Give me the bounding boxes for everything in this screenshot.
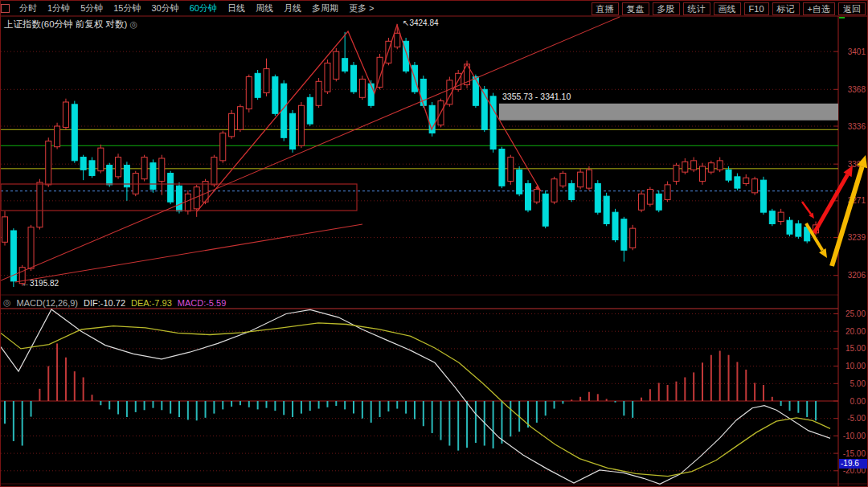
chart-title-text: 上证指数(60分钟 前复权 对数) xyxy=(4,19,127,29)
dea-value-label: DEA:-7.93 xyxy=(131,298,172,308)
macd-axis-label: 25.00 xyxy=(845,309,866,318)
y-axis-label: 3368 xyxy=(848,85,866,94)
timeframe-item-5[interactable]: 30分钟 xyxy=(152,2,179,14)
toolbar-button-返回[interactable]: 返回 xyxy=(838,2,866,15)
dif-line xyxy=(1,309,830,484)
toolbar-button-+自选[interactable]: +自选 xyxy=(803,2,835,15)
macd-axis-label: 20.00 xyxy=(845,327,866,336)
toolbar-button-多股[interactable]: 多股 xyxy=(653,2,680,15)
dif-value-label: DIF:-10.72 xyxy=(84,298,125,308)
timeframe-item-4[interactable]: 15分钟 xyxy=(113,2,141,14)
timeframe-item-3[interactable]: 5分钟 xyxy=(80,2,103,14)
arrow-shaft xyxy=(832,166,862,266)
macd-axis-label: 5.00 xyxy=(850,379,866,388)
chart-title: 上证指数(60分钟 前复权 对数) ◎ xyxy=(4,18,137,31)
arrow-shaft xyxy=(802,202,811,214)
macd-axis-label: 0.00 xyxy=(850,397,866,406)
macd-params-label: MACD(12,26,9) xyxy=(17,298,78,308)
timeframe-item-7[interactable]: 日线 xyxy=(227,2,245,14)
gap-zone-rect xyxy=(499,104,838,121)
trading-app-window: 340133683336330332713239320625.0020.0015… xyxy=(0,0,868,487)
window-icon[interactable] xyxy=(1,4,10,13)
chart-canvas[interactable]: 340133683336330332713239320625.0020.0015… xyxy=(1,1,868,487)
toolbar-button-画线[interactable]: 画线 xyxy=(714,2,741,15)
toolbar-button-复盘[interactable]: 复盘 xyxy=(622,2,649,15)
timeframe-item-2[interactable]: 1分钟 xyxy=(47,2,70,14)
toolbar-button-F10[interactable]: F10 xyxy=(744,2,769,15)
macd-axis-label: 15.00 xyxy=(845,344,866,353)
timeframe-item-6[interactable]: 60分钟 xyxy=(190,2,217,14)
macd-axis-label: -15.00 xyxy=(843,449,866,458)
macd-axis-label: -10.00 xyxy=(843,432,866,440)
timeframe-item-11[interactable]: 更多 > xyxy=(349,2,374,14)
timeframe-item-10[interactable]: 多周期 xyxy=(312,2,338,14)
timeframe-item-1[interactable]: 分时 xyxy=(19,2,37,14)
y-axis-label: 3206 xyxy=(848,271,866,280)
trendlines[interactable] xyxy=(1,17,620,282)
macd-circle-icon[interactable]: ◎ xyxy=(3,297,11,308)
timeframe-item-9[interactable]: 月线 xyxy=(284,2,301,14)
main-grid: 3401336833363303327132393206 xyxy=(1,47,866,280)
macd-current-value-badge: -19.6 xyxy=(839,459,868,469)
high-price-label: ↖3424.84 xyxy=(403,18,439,27)
y-axis-label: 3239 xyxy=(848,233,866,242)
macd-value-label: MACD:-5.59 xyxy=(178,298,227,308)
zigzag-annotation xyxy=(197,25,541,211)
y-axis-label: 3336 xyxy=(848,122,866,131)
frame-lines xyxy=(1,16,868,486)
macd-axis-label: 10.00 xyxy=(845,362,866,370)
timeframe-menu: 分时1分钟5分钟15分钟30分钟60分钟日线周线月线多周期更多 > xyxy=(16,2,374,14)
low-price-label: ←3195.82 xyxy=(22,279,59,288)
timeframe-item-8[interactable]: 周线 xyxy=(256,2,273,14)
trendline xyxy=(1,17,620,280)
macd-lines xyxy=(1,309,830,484)
macd-histogram xyxy=(5,343,816,450)
y-axis-label: 3401 xyxy=(848,47,866,56)
top-toolbar: 分时1分钟5分钟15分钟30分钟60分钟日线周线月线多周期更多 > 直播复盘多股… xyxy=(1,1,868,16)
toolbar-button-标记[interactable]: 标记 xyxy=(772,2,800,15)
toolbar-button-统计[interactable]: 统计 xyxy=(683,2,710,15)
expand-circle-icon[interactable]: ◎ xyxy=(130,19,138,29)
gap-zone xyxy=(499,104,838,121)
toolbar-right-buttons: 直播复盘多股统计画线F10标记+自选返回 xyxy=(592,2,868,15)
macd-grid: 25.0020.0015.0010.005.000.00-5.00-10.00-… xyxy=(1,309,866,475)
trendline xyxy=(15,224,362,282)
macd-indicator-row: ◎ MACD(12,26,9) DIF:-10.72 DEA:-7.93 MAC… xyxy=(3,297,226,308)
macd-axis-label: -5.00 xyxy=(847,414,866,423)
toolbar-button-直播[interactable]: 直播 xyxy=(592,2,619,15)
gap-zone-label: 3355.73 - 3341.10 xyxy=(502,92,571,101)
drawn-arrows[interactable] xyxy=(802,155,867,266)
